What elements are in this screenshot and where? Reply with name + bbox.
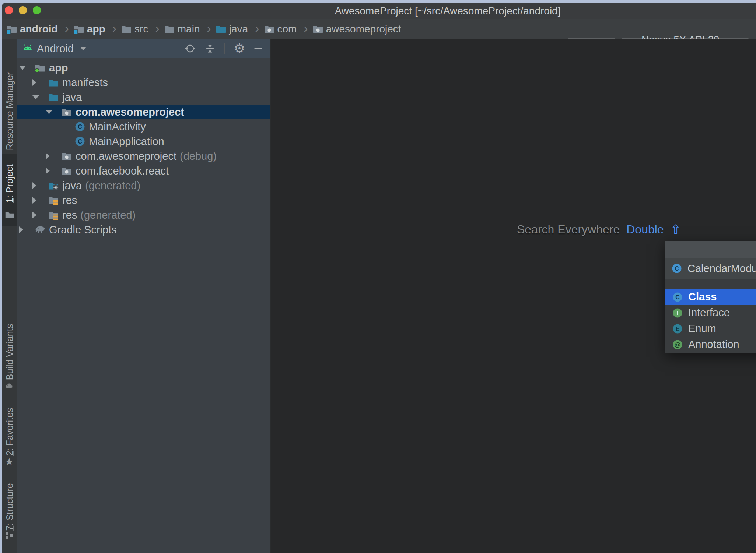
tree-row[interactable]: com.awesomeproject (debug) bbox=[17, 149, 270, 163]
tree-row[interactable]: Gradle Scripts bbox=[17, 222, 270, 237]
tree-row[interactable]: java bbox=[17, 90, 270, 105]
tool-button-structure[interactable]: 7: Structure bbox=[2, 484, 17, 530]
module-folder-badge-icon bbox=[73, 24, 84, 35]
svg-text:E: E bbox=[676, 325, 680, 332]
res-folder-icon bbox=[48, 209, 59, 221]
folder-generated-icon bbox=[48, 180, 59, 191]
svg-text:@: @ bbox=[675, 341, 681, 348]
expand-arrow-icon[interactable] bbox=[46, 110, 61, 114]
tree-label: res bbox=[62, 209, 77, 221]
breadcrumb-label: awesomeproject bbox=[326, 23, 401, 35]
collapse-all-icon[interactable] bbox=[204, 43, 216, 54]
hide-panel-icon[interactable] bbox=[254, 48, 262, 49]
expand-arrow-icon[interactable] bbox=[32, 212, 48, 218]
shift-key-icon: ⇧ bbox=[671, 222, 681, 237]
package-icon bbox=[312, 24, 323, 35]
tree-suffix: (generated) bbox=[80, 209, 136, 221]
kind-option[interactable]: @ Annotation bbox=[665, 337, 756, 352]
chevron-down-icon[interactable] bbox=[80, 47, 86, 50]
title-bar: AwesomeProject [~/src/AwesomeProject/and… bbox=[2, 3, 756, 19]
tree-label: java bbox=[62, 180, 82, 192]
tool-button-build-variants[interactable]: Build Variants bbox=[2, 321, 17, 383]
expand-arrow-icon[interactable] bbox=[32, 79, 48, 86]
class-name-input[interactable]: C CalendarModule.java bbox=[665, 258, 756, 279]
tree-row[interactable]: java (generated) bbox=[17, 178, 270, 193]
breadcrumb-item[interactable]: java › bbox=[216, 22, 264, 36]
project-view-selector[interactable]: Android bbox=[37, 43, 74, 55]
kind-list: C Class I Interface E Enum @ bbox=[665, 279, 756, 353]
tool-button-favorites[interactable]: 2: Favorites bbox=[2, 407, 17, 457]
ide-window: AwesomeProject [~/src/AwesomeProject/and… bbox=[2, 3, 756, 553]
expand-arrow-icon[interactable] bbox=[32, 182, 48, 189]
enum-icon: E bbox=[672, 323, 683, 334]
tree-suffix: (debug) bbox=[180, 150, 217, 162]
tree-label: com.facebook.react bbox=[76, 165, 169, 177]
tree-row[interactable]: C MainActivity bbox=[17, 119, 270, 134]
main-toolbar: android › app › src › main bbox=[2, 19, 756, 39]
class-name-value: CalendarModule.java bbox=[687, 263, 756, 275]
package-icon bbox=[61, 151, 72, 162]
tree-label: Gradle Scripts bbox=[49, 224, 117, 236]
breadcrumb-label: android bbox=[20, 23, 58, 35]
kind-label: Enum bbox=[688, 323, 716, 335]
svg-text:C: C bbox=[675, 265, 679, 272]
kind-label: Class bbox=[688, 291, 717, 303]
tree-label: manifests bbox=[62, 77, 108, 89]
breadcrumb-item[interactable]: src › bbox=[121, 22, 164, 36]
zoom-window-button[interactable] bbox=[33, 6, 41, 14]
module-folder-badge-icon bbox=[6, 24, 17, 35]
folder-gray-icon bbox=[121, 24, 132, 35]
breadcrumb-label: com bbox=[277, 23, 297, 35]
expand-arrow-icon[interactable] bbox=[46, 168, 61, 174]
tree-row[interactable]: app bbox=[17, 60, 270, 75]
breadcrumb-item[interactable]: android › bbox=[6, 22, 73, 36]
breadcrumb: android › app › src › main bbox=[6, 19, 401, 39]
tool-button-project[interactable]: 1: Project bbox=[2, 154, 17, 226]
tree-row[interactable]: res (generated) bbox=[17, 208, 270, 222]
star-icon[interactable]: ★ bbox=[5, 456, 14, 468]
tree-row[interactable]: C MainApplication bbox=[17, 134, 270, 149]
tree-label: com.awesomeproject bbox=[76, 106, 184, 118]
kind-option[interactable]: E Enum bbox=[665, 321, 756, 337]
gradle-icon bbox=[35, 224, 46, 235]
breadcrumb-label: app bbox=[87, 23, 105, 35]
expand-arrow-icon[interactable] bbox=[46, 153, 61, 159]
folder-icon bbox=[48, 77, 59, 88]
module-folder-icon bbox=[35, 62, 46, 73]
kind-option[interactable]: I Interface bbox=[665, 305, 756, 321]
svg-text:C: C bbox=[78, 124, 82, 130]
locate-file-icon[interactable] bbox=[185, 43, 196, 54]
expand-arrow-icon[interactable] bbox=[19, 226, 35, 233]
kind-option[interactable]: C Class bbox=[665, 289, 756, 305]
tree-row[interactable]: res bbox=[17, 193, 270, 208]
close-window-button[interactable] bbox=[5, 6, 13, 14]
gear-icon[interactable]: ⚙ bbox=[234, 42, 245, 55]
breadcrumb-item[interactable]: app › bbox=[73, 22, 121, 36]
minimize-window-button[interactable] bbox=[19, 6, 27, 14]
breadcrumb-separator-icon: › bbox=[112, 21, 116, 35]
tree-label: MainActivity bbox=[89, 121, 146, 133]
tree-row[interactable]: manifests bbox=[17, 75, 270, 90]
breadcrumb-separator-icon: › bbox=[155, 21, 159, 35]
new-java-class-popup: New Java Class C CalendarModule.java C C… bbox=[665, 241, 756, 353]
tree-label: com.awesomeproject bbox=[76, 150, 176, 162]
kind-label: Interface bbox=[688, 307, 730, 319]
kind-label: Annotation bbox=[688, 338, 739, 351]
breadcrumb-separator-icon: › bbox=[304, 21, 308, 35]
tree-row[interactable]: com.awesomeproject bbox=[17, 105, 270, 119]
expand-arrow-icon[interactable] bbox=[19, 66, 35, 70]
tool-button-resource-manager[interactable]: Resource Manager bbox=[2, 50, 17, 172]
breadcrumb-item[interactable]: main › bbox=[164, 22, 216, 36]
tree-row[interactable]: com.facebook.react bbox=[17, 163, 270, 178]
android-head-icon bbox=[22, 43, 33, 54]
build-variants-icon[interactable] bbox=[5, 381, 14, 392]
structure-icon[interactable] bbox=[5, 531, 14, 541]
expand-arrow-icon[interactable] bbox=[32, 197, 48, 204]
search-everywhere-hint: Search Everywhere Double ⇧ bbox=[517, 222, 681, 237]
expand-arrow-icon[interactable] bbox=[32, 95, 48, 99]
breadcrumb-separator-icon: › bbox=[207, 21, 211, 35]
breadcrumb-item[interactable]: com › bbox=[264, 22, 312, 36]
breadcrumb-item[interactable]: awesomeproject › bbox=[312, 23, 401, 35]
project-folder-icon bbox=[5, 210, 14, 221]
tool-window-stripe: Resource Manager 1: Project Build Varian… bbox=[2, 39, 17, 553]
